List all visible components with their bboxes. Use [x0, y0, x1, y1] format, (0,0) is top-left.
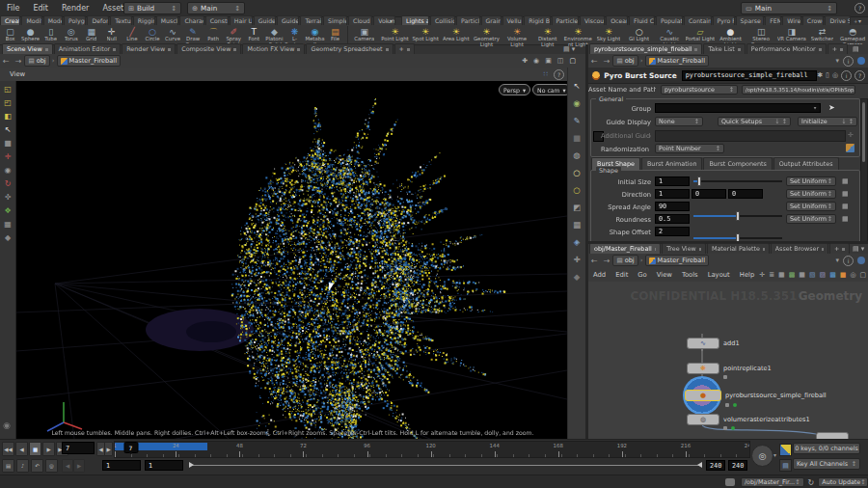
- shelf-tab[interactable]: Sparse Py...: [736, 15, 765, 25]
- shape-offset-field[interactable]: 2: [655, 227, 690, 236]
- set-uniform-dropdown[interactable]: Set Uniform↕: [786, 189, 836, 199]
- initial-size-slider[interactable]: [693, 176, 782, 186]
- network-menu-item[interactable]: Add: [588, 271, 610, 279]
- guide-display-dropdown[interactable]: None↕: [655, 117, 703, 126]
- back-icon[interactable]: ←: [588, 257, 601, 265]
- back-icon[interactable]: ←: [588, 57, 601, 66]
- scene-viewport[interactable]: ◱◰◧↖■✛◉↻✜❖▦◆ Persp▾ No cam▾ ◉ Left mouse…: [0, 81, 585, 439]
- radial-menu-selector[interactable]: ⊕ Main↕: [187, 2, 245, 14]
- paint-icon[interactable]: ✎: [573, 116, 580, 125]
- timeline-ruler[interactable]: 1244872961201441681922162407: [114, 441, 750, 458]
- randomization-dropdown[interactable]: Point Number↕: [655, 144, 724, 153]
- chevron-down-icon[interactable]: ▾: [813, 104, 817, 112]
- shelf-tab[interactable]: Guide...: [254, 15, 276, 25]
- group-select-arrow-icon[interactable]: ➤: [828, 103, 835, 112]
- range-slider-left-handle[interactable]: [189, 462, 194, 468]
- snapshot-icon[interactable]: ▣: [545, 57, 552, 65]
- select-groups-icon[interactable]: ◰: [4, 98, 12, 107]
- update-icon[interactable]: [857, 257, 865, 264]
- wireframe-icon[interactable]: ▦: [573, 220, 581, 230]
- layout-icon[interactable]: ◫: [557, 57, 564, 65]
- timeline-zoom-button[interactable]: ◎: [751, 445, 773, 467]
- export-view-icon[interactable]: ▢: [860, 271, 867, 279]
- shelf-tab[interactable]: Charac...: [179, 15, 203, 25]
- initial-size-field[interactable]: 1: [655, 176, 690, 186]
- headlight-icon[interactable]: ○: [573, 168, 580, 177]
- pane-tab[interactable]: Material Palette: [707, 243, 770, 254]
- shelf-tab[interactable]: FEM: [765, 15, 781, 25]
- tool-font[interactable]: T Font: [244, 26, 264, 42]
- message-icon[interactable]: [725, 478, 735, 486]
- range-forward-button[interactable]: ▶: [73, 459, 85, 473]
- global-animation-icon[interactable]: ↶: [31, 459, 43, 473]
- shelf-tab[interactable]: Simple...: [323, 15, 347, 25]
- network-menu-item[interactable]: Help: [735, 271, 760, 279]
- node-volumerasterizeattributes1[interactable]: ◍: [687, 414, 719, 425]
- persp-button[interactable]: Persp▾: [499, 84, 530, 95]
- path-root-chip[interactable]: ▤ obj: [24, 55, 49, 67]
- frame-forward-button[interactable]: ▶: [104, 442, 113, 456]
- node-pointreplicate1[interactable]: ❋: [687, 363, 719, 374]
- back-icon[interactable]: ←: [0, 57, 13, 66]
- range-end-field[interactable]: 240: [728, 460, 747, 471]
- shelf-tab[interactable]: Cloud FX: [348, 15, 372, 25]
- select-arrow-icon[interactable]: ↖: [5, 125, 12, 134]
- view-mode-label[interactable]: View: [0, 70, 25, 78]
- asset-path-dropdown[interactable]: /opt/hfs18.5.351.14/houdini/otls/OPlibSo…: [742, 85, 855, 95]
- image-icon-3[interactable]: ▩: [829, 271, 836, 279]
- tool-line[interactable]: ╱ Line: [122, 26, 142, 42]
- update-mode-dropdown[interactable]: Auto Update↕: [818, 477, 868, 487]
- pane-tab[interactable]: +: [394, 43, 415, 54]
- shelf-tab[interactable]: Vellum: [502, 15, 524, 25]
- pose-icon[interactable]: ✜: [5, 193, 12, 202]
- viewport-camera-icon[interactable]: ◉: [3, 420, 11, 430]
- pane-tab[interactable]: Render View: [122, 43, 176, 54]
- initialize-button[interactable]: Initialize↓ ↕: [798, 117, 857, 126]
- info-icon[interactable]: i: [843, 56, 854, 67]
- image-icon[interactable]: ▧: [809, 271, 816, 279]
- current-frame-field[interactable]: 7: [62, 442, 95, 454]
- gear-icon[interactable]: ✱: [817, 71, 823, 79]
- list-icon[interactable]: ≣: [769, 271, 774, 279]
- param-scrollbar[interactable]: [860, 98, 868, 243]
- direction-x-field[interactable]: 1: [655, 189, 690, 199]
- viewport-help-icon[interactable]: ?: [554, 69, 564, 80]
- forward-icon[interactable]: →: [601, 257, 613, 265]
- playback-start-field[interactable]: 1: [145, 460, 183, 471]
- grid-icon[interactable]: ▦: [778, 271, 785, 279]
- ramp-icon[interactable]: ▦: [842, 215, 849, 223]
- lock-icon[interactable]: ■: [4, 139, 12, 148]
- desktop-selector[interactable]: ⊞ Build↕: [123, 2, 181, 14]
- box-icon[interactable]: ■: [840, 271, 847, 279]
- stop-button[interactable]: ■: [29, 442, 41, 456]
- view-options-icon[interactable]: ✚: [573, 255, 580, 264]
- select-geometry-icon[interactable]: ◧: [4, 112, 12, 121]
- direction-y-field[interactable]: 0: [692, 189, 726, 199]
- move-icon[interactable]: ✛: [5, 152, 12, 161]
- shelf-tab[interactable]: Particle F...: [552, 15, 579, 25]
- group-field[interactable]: ▾: [655, 103, 821, 113]
- network-menu-item[interactable]: Tools: [677, 271, 703, 279]
- menu-item[interactable]: Edit: [26, 0, 55, 16]
- key-mode-dropdown[interactable]: Key All Channels↕: [793, 458, 860, 470]
- construction-plane-icon[interactable]: ◆: [5, 233, 11, 242]
- ramp-icon[interactable]: ▦: [842, 177, 849, 185]
- pane-tab[interactable]: Scene View: [2, 43, 53, 54]
- shelf-tab[interactable]: Deform: [87, 15, 109, 25]
- tool-camera[interactable]: ▣ Camera: [349, 26, 380, 42]
- path-node-chip[interactable]: Master_Fireball: [645, 55, 709, 67]
- shelf-tab[interactable]: Pyro FX: [713, 15, 735, 25]
- path-root-chip[interactable]: ▤ obj: [612, 255, 637, 266]
- shelf-tab[interactable]: Texture: [110, 15, 132, 25]
- shelf-tab[interactable]: Grains: [481, 15, 502, 25]
- pane-tab[interactable]: Composite View: [176, 43, 241, 54]
- jump-start-button[interactable]: ◀◀: [2, 442, 14, 456]
- tool-tube[interactable]: ▯ Tube: [41, 26, 61, 42]
- page-icon[interactable]: ▢: [569, 57, 576, 65]
- shelf-tab[interactable]: Oceans: [606, 15, 628, 25]
- network-menu-item[interactable]: Go: [633, 271, 651, 279]
- shelf-tab[interactable]: Fluid Co...: [629, 15, 655, 25]
- network-menu-item[interactable]: View: [652, 271, 677, 279]
- network-canvas[interactable]: CONFIDENTIAL H18.5.351 Geometry ∿ add1 ❋…: [588, 282, 868, 439]
- snap-icon[interactable]: ❖: [4, 206, 11, 215]
